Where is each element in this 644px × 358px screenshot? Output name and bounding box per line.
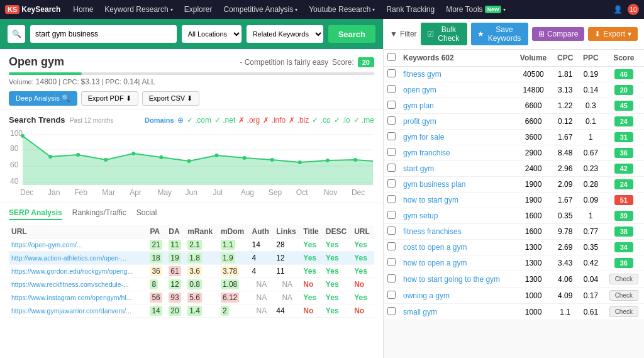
kw-score: 45 [604,98,644,114]
kw-volume: 2900 [514,145,552,161]
kw-keyword[interactable]: fitness gym [399,67,514,82]
row-checkbox[interactable] [387,69,396,77]
export-pdf-button[interactable]: Export PDF ⬇ [81,91,138,106]
serp-url[interactable]: https://www.gymjawarrior.com/danvers/... [9,305,147,318]
deep-analysis-button[interactable]: Deep Analysis 🔍 [9,91,77,106]
col-links: Links [274,225,301,238]
new-badge: New [485,6,502,13]
kw-keyword[interactable]: profit gym [399,114,514,130]
nav-more-tools[interactable]: More Tools New ▾ [442,5,509,14]
row-checkbox[interactable] [387,179,396,187]
kw-score: 31 [604,130,644,145]
svg-text:Dec: Dec [20,188,33,197]
serp-auth: 4 [250,252,274,265]
kw-keyword[interactable]: gym business plan [399,177,514,193]
tab-serp-analysis[interactable]: SERP Analysis [9,208,62,220]
kw-score: 24 [604,177,644,193]
serp-url[interactable]: https://www.gordon.edu/rockgym/openg... [9,265,147,278]
serp-desc: Yes [323,291,352,305]
kw-keyword[interactable]: small gym [399,304,514,320]
kw-volume: 1000 [514,288,552,304]
row-checkbox[interactable] [387,101,396,109]
kw-keyword[interactable]: owning a gym [399,288,514,304]
kw-keyword[interactable]: cost to open a gym [399,240,514,255]
serp-da: 11 [166,238,185,252]
row-checkbox[interactable] [387,164,396,172]
score-pill: 24 [614,116,633,126]
col-title: Title [301,225,323,238]
kw-volume: 1600 [514,224,552,240]
kw-cpc: 2.96 [552,161,578,177]
nav-explorer[interactable]: Explorer [180,5,216,14]
svg-point-20 [353,158,357,162]
svg-point-13 [159,155,163,159]
row-checkbox[interactable] [387,227,396,235]
kw-keyword[interactable]: gym plan [399,98,514,114]
kw-ppc: 0.14 [578,82,603,98]
row-checkbox[interactable] [387,291,396,299]
kw-keyword[interactable]: start gym [399,161,514,177]
row-checkbox-cell [384,208,399,224]
nav-rank-tracking[interactable]: Rank Tracking [382,5,438,14]
score-badge: 20 [358,57,374,67]
domain-com: ✓ .com [187,116,211,125]
location-select[interactable]: All Locations [182,25,242,43]
kw-keyword[interactable]: how to open a gym [399,255,514,271]
row-checkbox[interactable] [387,258,396,266]
row-checkbox-cell [384,82,399,98]
domain-co: ✓ .co [312,116,330,125]
search-input[interactable] [30,25,177,43]
search-button[interactable]: Search [328,25,375,43]
row-checkbox-cell [384,98,399,114]
kw-keyword[interactable]: gym franchise [399,145,514,161]
serp-url[interactable]: https://www.reckfitness.com/schedule-... [9,278,147,291]
row-checkbox[interactable] [387,85,396,93]
save-keywords-button[interactable]: ★ Save Keywords [471,23,528,45]
serp-url-col: No [352,305,374,318]
tab-rankings-traffic[interactable]: Rankings/Traffic [72,208,126,220]
serp-url[interactable]: https://open-gym.com/... [9,238,147,252]
kw-keyword[interactable]: gym for sale [399,130,514,145]
kw-ppc: 0.35 [578,240,603,255]
serp-url[interactable]: http://www.action-athletics.com/open-... [9,252,147,265]
compare-button[interactable]: ⊞ Compare [532,27,584,41]
tab-social[interactable]: Social [136,208,157,220]
nav-keyword-research[interactable]: Keyword Research ▾ [101,5,176,14]
kw-keyword[interactable]: fitness franchises [399,224,514,240]
notification-badge[interactable]: 10 [628,4,639,15]
check-button[interactable]: Check [609,306,638,317]
score-pill: 38 [614,227,633,237]
serp-url[interactable]: https://www.instagram.com/opengym/hl... [9,291,147,305]
row-checkbox[interactable] [387,307,396,315]
bulk-check-button[interactable]: ☑ Bulk Check [421,23,468,45]
kw-keyword[interactable]: gym setup [399,208,514,224]
row-checkbox-cell [384,240,399,255]
export-button[interactable]: ⬇ Export ▾ [588,27,638,41]
nav-competitive-analysis[interactable]: Competitive Analysis ▾ [219,5,301,14]
row-checkbox[interactable] [387,242,396,250]
row-checkbox[interactable] [387,195,396,203]
kw-keyword[interactable]: open gym [399,82,514,98]
check-button[interactable]: Check [609,274,638,284]
export-csv-button[interactable]: Export CSV ⬇ [142,91,200,106]
keyword-type-select[interactable]: Related Keywords [247,25,323,43]
row-checkbox[interactable] [387,274,396,282]
row-checkbox[interactable] [387,132,396,140]
row-checkbox[interactable] [387,148,396,156]
serp-da: 20 [166,305,185,318]
serp-da: 19 [166,252,185,265]
kw-keyword[interactable]: how to start gym [399,193,514,208]
kw-ppc: 0.19 [578,67,603,82]
kw-keyword[interactable]: how to start going to the gym [399,271,514,288]
select-all-checkbox[interactable] [387,53,396,61]
nav-home[interactable]: Home [69,5,97,14]
user-icon[interactable]: 👤 [613,5,623,14]
row-checkbox[interactable] [387,211,396,219]
kw-cpc: 1.81 [552,67,578,82]
check-button[interactable]: Check [609,290,638,301]
svg-text:May: May [157,188,172,197]
svg-point-16 [243,156,247,160]
serp-mrank: 1.8 [185,252,218,265]
row-checkbox[interactable] [387,116,396,125]
nav-youtube-research[interactable]: Youtube Research ▾ [305,5,379,14]
